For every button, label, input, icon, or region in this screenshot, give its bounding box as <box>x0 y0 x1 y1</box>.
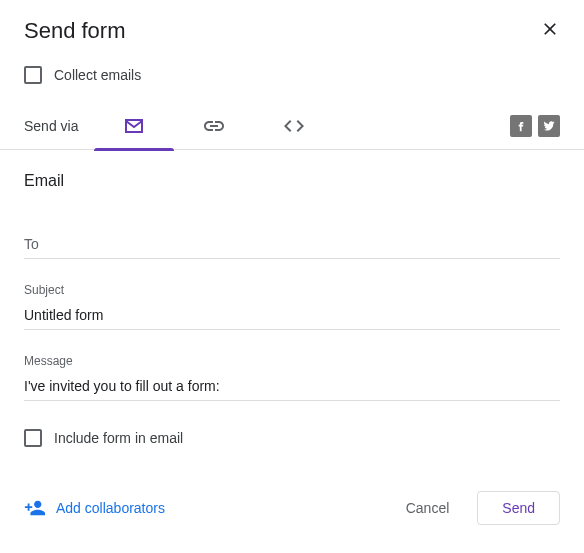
close-icon <box>540 19 560 39</box>
send-via-label: Send via <box>24 118 94 134</box>
subject-input[interactable] <box>24 301 560 330</box>
close-button[interactable] <box>540 19 560 43</box>
subject-label: Subject <box>24 283 560 297</box>
send-via-row: Send via <box>0 102 584 150</box>
send-via-tabs <box>94 102 334 150</box>
message-input[interactable] <box>24 372 560 401</box>
add-person-icon <box>24 497 46 519</box>
collect-emails-label: Collect emails <box>54 67 141 83</box>
collect-emails-checkbox[interactable] <box>24 66 42 84</box>
dialog-header: Send form <box>24 0 560 54</box>
include-form-checkbox[interactable] <box>24 429 42 447</box>
email-icon <box>122 114 146 138</box>
twitter-button[interactable] <box>538 115 560 137</box>
subject-field: Subject <box>24 283 560 330</box>
tab-link[interactable] <box>174 102 254 150</box>
add-collaborators-label: Add collaborators <box>56 500 165 516</box>
add-collaborators-button[interactable]: Add collaborators <box>24 497 165 519</box>
send-form-dialog: Send form Collect emails Send via <box>0 0 584 525</box>
collect-emails-row: Collect emails <box>24 54 560 102</box>
tab-embed[interactable] <box>254 102 334 150</box>
section-title: Email <box>24 150 560 200</box>
dialog-footer: Add collaborators Cancel Send <box>24 491 560 525</box>
tab-email[interactable] <box>94 102 174 150</box>
include-form-label: Include form in email <box>54 430 183 446</box>
facebook-icon <box>514 119 528 133</box>
cancel-button[interactable]: Cancel <box>386 492 470 524</box>
dialog-title: Send form <box>24 18 126 44</box>
message-field: Message <box>24 354 560 401</box>
social-share <box>510 115 560 137</box>
link-icon <box>202 114 226 138</box>
to-field <box>24 230 560 259</box>
message-label: Message <box>24 354 560 368</box>
facebook-button[interactable] <box>510 115 532 137</box>
to-input[interactable] <box>24 230 560 259</box>
send-button[interactable]: Send <box>477 491 560 525</box>
include-form-row: Include form in email <box>24 429 560 447</box>
embed-icon <box>282 114 306 138</box>
twitter-icon <box>542 119 556 133</box>
